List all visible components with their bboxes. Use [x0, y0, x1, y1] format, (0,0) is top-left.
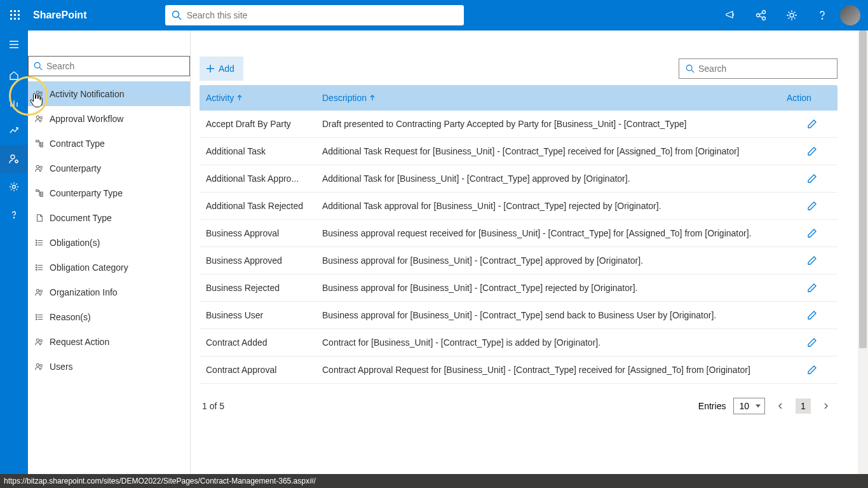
- sidepanel-item[interactable]: Obligation Category: [28, 255, 190, 280]
- rail-reports[interactable]: [0, 117, 28, 145]
- sidepanel-item[interactable]: Users: [28, 354, 190, 379]
- table-row: Business RejectedBusiness approval for […: [200, 274, 837, 302]
- sidepanel-item[interactable]: Counterparty: [28, 156, 190, 180]
- waffle-icon: [10, 10, 20, 20]
- cell-activity: Additional Task: [200, 146, 322, 156]
- sidepanel-item[interactable]: Request Action: [28, 329, 190, 354]
- app-body: Activity NotificationApproval WorkflowCo…: [0, 30, 868, 474]
- svg-rect-39: [36, 189, 39, 191]
- svg-point-62: [36, 339, 39, 341]
- global-search-input[interactable]: [187, 10, 458, 20]
- svg-line-15: [759, 16, 763, 18]
- svg-point-37: [36, 165, 39, 168]
- rail-dashboard[interactable]: [0, 89, 28, 117]
- rail-help[interactable]: [0, 201, 28, 229]
- svg-point-59: [36, 314, 36, 315]
- edit-button[interactable]: [806, 337, 818, 348]
- edit-button[interactable]: [806, 309, 818, 321]
- sidepanel-item-label: Request Action: [50, 337, 109, 347]
- col-header-description[interactable]: Description: [322, 93, 787, 103]
- svg-point-16: [790, 13, 794, 17]
- svg-point-24: [11, 155, 15, 159]
- svg-rect-34: [36, 140, 39, 142]
- svg-point-54: [36, 289, 39, 292]
- page-number-current[interactable]: 1: [796, 398, 811, 414]
- plus-icon: [206, 64, 215, 73]
- page-next-button[interactable]: [818, 398, 834, 414]
- sidepanel-search-input[interactable]: [46, 61, 184, 71]
- list-icon: [34, 238, 44, 248]
- page-prev-button[interactable]: [773, 398, 788, 414]
- rail-settings[interactable]: [0, 173, 28, 201]
- sidepanel-item-label: Obligation Category: [50, 262, 128, 273]
- entries-label: Entries: [698, 401, 726, 411]
- list-icon: [34, 312, 44, 322]
- edit-button[interactable]: [806, 200, 818, 212]
- table-row: Business UserBusiness approval for [Busi…: [200, 302, 837, 329]
- cell-activity: Additional Task Appro...: [200, 173, 322, 184]
- sidepanel-item[interactable]: Approval Workflow: [28, 106, 190, 131]
- sidepanel-item[interactable]: Organization Info: [28, 280, 190, 304]
- header-actions: [715, 0, 868, 30]
- search-icon: [686, 64, 695, 73]
- sidepanel-item[interactable]: Document Type: [28, 205, 190, 230]
- pencil-icon: [806, 200, 818, 212]
- sidepanel-search[interactable]: [28, 56, 190, 76]
- add-button[interactable]: Add: [200, 57, 243, 81]
- svg-point-32: [36, 116, 39, 118]
- cell-description: Contract for [Business_Unit] - [Contract…: [322, 337, 787, 348]
- sidepanel-item[interactable]: Obligation(s): [28, 230, 190, 255]
- cell-description: Contract Approval Request for [Business_…: [322, 365, 787, 375]
- cell-description: Draft presented to Contracting Party Acc…: [322, 119, 787, 129]
- settings-button[interactable]: [776, 0, 807, 30]
- svg-point-28: [34, 62, 40, 68]
- rail-home[interactable]: [0, 61, 28, 89]
- edit-button[interactable]: [806, 118, 818, 130]
- pencil-icon: [806, 255, 818, 266]
- svg-line-69: [691, 70, 694, 72]
- sidepanel-item[interactable]: Contract Type: [28, 131, 190, 156]
- share-button[interactable]: [746, 0, 776, 30]
- megaphone-button[interactable]: [715, 0, 746, 30]
- cell-activity: Business Rejected: [200, 283, 322, 293]
- rail-admin[interactable]: [0, 145, 28, 173]
- sidepanel-item[interactable]: Activity Notification: [28, 81, 190, 106]
- sort-asc-icon: [236, 95, 243, 101]
- global-search[interactable]: [165, 5, 464, 25]
- people-icon: [34, 89, 44, 99]
- sidepanel-item-label: Activity Notification: [50, 89, 124, 99]
- table-search[interactable]: [679, 58, 837, 79]
- vertical-scrollbar[interactable]: [858, 30, 868, 474]
- entries-select[interactable]: 10: [733, 398, 765, 414]
- share-icon: [755, 9, 768, 22]
- sidepanel-item[interactable]: Counterparty Type: [28, 180, 190, 205]
- edit-button[interactable]: [806, 227, 818, 239]
- status-url: https://bitzap.sharepoint.com/sites/DEMO…: [4, 477, 316, 485]
- sidepanel-item-label: Obligation(s): [50, 238, 100, 248]
- table-search-input[interactable]: [698, 64, 831, 74]
- user-avatar[interactable]: [840, 5, 860, 25]
- file-icon: [34, 213, 44, 223]
- rail-menu-button[interactable]: [0, 30, 28, 58]
- pencil-icon: [806, 227, 818, 239]
- app-launcher-button[interactable]: [0, 0, 31, 30]
- help-button[interactable]: [807, 0, 837, 30]
- sidepanel-item[interactable]: Reason(s): [28, 304, 190, 329]
- search-icon: [34, 62, 43, 71]
- svg-rect-36: [41, 145, 43, 147]
- help-icon: [8, 209, 20, 220]
- edit-button[interactable]: [806, 146, 818, 157]
- scrollbar-thumb[interactable]: [859, 30, 867, 348]
- cell-action: [787, 173, 837, 184]
- app-header: SharePoint: [0, 0, 868, 30]
- svg-point-27: [13, 217, 14, 218]
- edit-button[interactable]: [806, 173, 818, 184]
- svg-point-45: [36, 240, 36, 240]
- svg-point-65: [40, 364, 43, 367]
- edit-button[interactable]: [806, 364, 818, 376]
- col-header-activity[interactable]: Activity: [200, 93, 322, 103]
- edit-button[interactable]: [806, 282, 818, 294]
- cell-action: [787, 227, 837, 239]
- edit-button[interactable]: [806, 255, 818, 266]
- pencil-icon: [806, 118, 818, 130]
